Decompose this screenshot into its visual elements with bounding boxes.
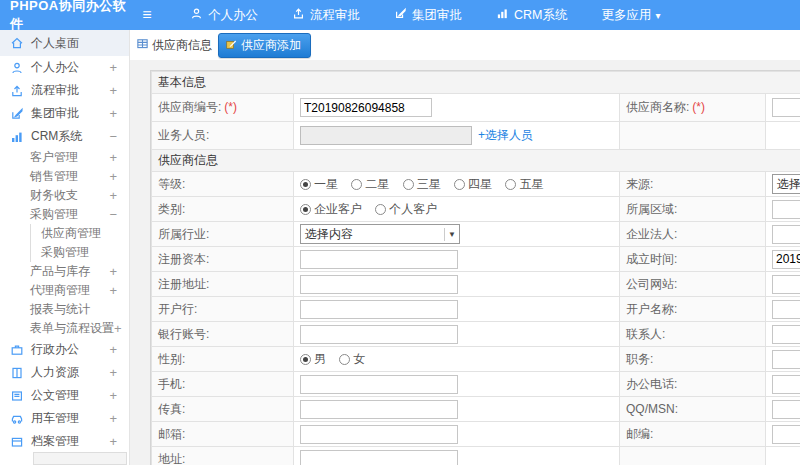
document-icon: [10, 389, 24, 403]
sidebar-item-customer-mgmt[interactable]: 客户管理 +: [0, 148, 129, 167]
partial-panel-edge: [33, 452, 127, 465]
gender-option-male[interactable]: 男: [300, 351, 326, 368]
caret-down-icon: ▾: [655, 10, 660, 21]
bar-chart-icon: [496, 7, 514, 23]
supplier-name-label: 供应商名称:(*): [620, 94, 766, 122]
industry-select[interactable]: 选择内容▼: [300, 224, 460, 244]
sidebar-item-reports[interactable]: 报表与统计: [0, 300, 129, 319]
company-website-label: 公司网站:: [620, 272, 766, 297]
legal-person-input[interactable]: [772, 225, 800, 244]
sidebar-item-document-mgmt[interactable]: 公文管理 +: [0, 384, 129, 407]
email-label: 邮箱:: [152, 422, 294, 447]
sidebar-item-crm-system[interactable]: CRM系统 −: [0, 125, 129, 148]
sidebar-item-admin-office[interactable]: 行政办公 +: [0, 338, 129, 361]
industry-label: 所属行业:: [152, 222, 294, 247]
registered-address-label: 注册地址:: [152, 272, 294, 297]
office-phone-input[interactable]: [772, 375, 800, 394]
position-input[interactable]: [772, 350, 800, 369]
category-option-personal[interactable]: 个人客户: [375, 201, 437, 218]
qq-msn-input[interactable]: [772, 400, 800, 419]
bar-chart-icon: [10, 130, 24, 144]
office-phone-label: 办公电话:: [620, 372, 766, 397]
sidebar-item-supplier-mgmt[interactable]: 供应商管理: [30, 224, 129, 243]
radio-icon: [339, 354, 350, 365]
sidebar-item-personal-office[interactable]: 个人办公 +: [0, 56, 129, 79]
gender-option-female[interactable]: 女: [339, 351, 365, 368]
qq-msn-label: QQ/MSN:: [620, 397, 766, 422]
account-name-label: 开户名称:: [620, 297, 766, 322]
tab-bar: 供应商信息 供应商添加: [130, 30, 800, 60]
source-label: 来源:: [620, 172, 766, 197]
building-icon: [10, 366, 24, 380]
app-logo: PHPOA协同办公软件: [0, 0, 132, 33]
home-icon: [10, 36, 24, 50]
level-label: 等级:: [152, 172, 294, 197]
section-basic-info: 基本信息: [152, 72, 800, 94]
nav-personal-office[interactable]: 个人办公: [190, 7, 258, 24]
contact-input[interactable]: [772, 325, 800, 344]
category-option-company[interactable]: 企业客户: [300, 201, 362, 218]
category-label: 类别:: [152, 197, 294, 222]
top-bar: PHPOA协同办公软件 ≡ 个人办公 流程审批 集团审批 CRM系统 更多应用 …: [0, 0, 800, 30]
address-input[interactable]: [300, 450, 458, 465]
pick-person-link[interactable]: +选择人员: [478, 128, 533, 142]
sidebar-item-form-flow-settings[interactable]: 表单与流程设置 +: [0, 319, 129, 338]
sidebar-item-agent-mgmt[interactable]: 代理商管理 +: [0, 281, 129, 300]
mobile-label: 手机:: [152, 372, 294, 397]
main-content: 供应商信息 供应商添加 基本信息 供应商编号:(*) 供应商名称:(*) 业务人…: [130, 30, 800, 465]
sidebar-item-product-stock[interactable]: 产品与库存 +: [0, 262, 129, 281]
radio-icon: [454, 179, 465, 190]
sidebar-item-archive-mgmt[interactable]: 档案管理 +: [0, 430, 129, 453]
radio-checked-icon: [300, 179, 311, 190]
radio-checked-icon: [300, 354, 311, 365]
region-input[interactable]: [772, 200, 800, 219]
nav-more-apps[interactable]: 更多应用 ▾: [601, 7, 660, 24]
business-person-input[interactable]: [300, 126, 472, 145]
account-name-input[interactable]: [772, 300, 800, 319]
level-radio-group: 一星 二星 三星 四星 五星: [294, 172, 620, 197]
hamburger-icon[interactable]: ≡: [132, 6, 162, 24]
add-pencil-icon: [225, 38, 241, 53]
registered-capital-input[interactable]: [300, 250, 458, 269]
nav-group-approval[interactable]: 集团审批: [394, 7, 462, 24]
sidebar-item-finance[interactable]: 财务收支 +: [0, 186, 129, 205]
sidebar-item-vehicle-mgmt[interactable]: 用车管理 +: [0, 407, 129, 430]
bank-input[interactable]: [300, 300, 458, 319]
sidebar-item-hr[interactable]: 人力资源 +: [0, 361, 129, 384]
level-option-2[interactable]: 二星: [351, 176, 389, 193]
car-icon: [10, 412, 24, 426]
select-arrow-icon: ▼: [444, 228, 459, 241]
briefcase-icon: [10, 343, 24, 357]
sidebar-item-group-approval[interactable]: 集团审批 +: [0, 102, 129, 125]
bank-label: 开户行:: [152, 297, 294, 322]
mobile-input[interactable]: [300, 375, 458, 394]
supplier-name-input[interactable]: [772, 98, 800, 117]
radio-icon: [351, 179, 362, 190]
supplier-code-label: 供应商编号:(*): [152, 94, 294, 122]
level-option-4[interactable]: 四星: [454, 176, 492, 193]
nav-workflow-approval[interactable]: 流程审批: [292, 7, 360, 24]
registered-address-input[interactable]: [300, 275, 458, 294]
zip-label: 邮编:: [620, 422, 766, 447]
tab-supplier-add[interactable]: 供应商添加: [218, 33, 311, 58]
sidebar-item-sales-mgmt[interactable]: 销售管理 +: [0, 167, 129, 186]
sidebar-item-purchase-mgmt[interactable]: 采购管理 −: [0, 205, 129, 224]
fax-input[interactable]: [300, 400, 458, 419]
nav-crm-system[interactable]: CRM系统: [496, 7, 567, 24]
tab-supplier-info[interactable]: 供应商信息: [136, 37, 212, 54]
level-option-3[interactable]: 三星: [403, 176, 441, 193]
user-icon: [10, 61, 24, 75]
supplier-code-input[interactable]: [300, 98, 432, 117]
radio-icon: [375, 204, 386, 215]
sidebar-item-personal-desktop[interactable]: 个人桌面: [0, 30, 129, 56]
zip-input[interactable]: [772, 425, 800, 444]
sidebar-item-purchasing[interactable]: 采购管理: [30, 243, 129, 262]
source-select[interactable]: 选择内容▼: [772, 174, 800, 194]
company-website-input[interactable]: [772, 275, 800, 294]
level-option-1[interactable]: 一星: [300, 176, 338, 193]
level-option-5[interactable]: 五星: [505, 176, 543, 193]
sidebar-item-workflow-approval[interactable]: 流程审批 +: [0, 79, 129, 102]
email-input[interactable]: [300, 425, 458, 444]
founded-date-input[interactable]: [772, 250, 800, 269]
bank-account-input[interactable]: [300, 325, 458, 344]
